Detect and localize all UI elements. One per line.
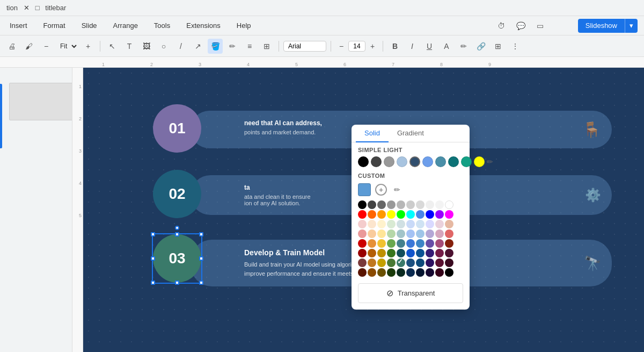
gs-r4c7[interactable] (416, 229, 425, 238)
gs-r4c4[interactable] (387, 229, 396, 238)
swatch-light-blue-1[interactable] (397, 156, 407, 167)
swatch-teal-1[interactable] (435, 156, 446, 167)
image-icon[interactable]: 🖼 (139, 39, 154, 54)
paint-format-icon[interactable]: 🖌 (21, 39, 36, 54)
gs-r3c7[interactable] (416, 220, 425, 228)
swatch-gray[interactable] (384, 156, 394, 167)
gs-r1c6[interactable] (406, 200, 415, 209)
gs-r5c1[interactable] (358, 239, 367, 248)
gs-r5c2[interactable] (368, 239, 376, 248)
gs-r1c3[interactable] (377, 200, 386, 209)
italic-icon[interactable]: I (405, 39, 420, 54)
gs-r6c9[interactable] (435, 249, 444, 257)
handle-bc[interactable] (175, 281, 179, 285)
custom-swatch[interactable] (358, 183, 371, 196)
gs-r3c4[interactable] (387, 220, 396, 228)
cursor-icon[interactable]: ↖ (105, 39, 120, 54)
gs-r4c3[interactable] (377, 229, 386, 238)
present-icon[interactable]: ▭ (532, 18, 547, 33)
menu-item-insert[interactable]: Insert (6, 19, 31, 32)
gs-r4c1[interactable] (358, 229, 367, 238)
gs-r6c7[interactable] (416, 249, 425, 257)
gs-r1c10[interactable] (445, 200, 453, 209)
gs-r3c6[interactable] (406, 220, 415, 228)
insert-textbox-icon[interactable]: ⊞ (491, 39, 506, 54)
handle-tr[interactable] (199, 232, 203, 236)
gs-r6c8[interactable] (426, 249, 434, 257)
gs-r8c6[interactable] (406, 268, 415, 277)
font-name-input[interactable] (283, 41, 326, 52)
align-distribute-icon[interactable]: ⊞ (259, 39, 274, 54)
gs-r4c2[interactable] (368, 229, 376, 238)
gs-r3c3[interactable] (377, 220, 386, 228)
gs-r1c7[interactable] (416, 200, 425, 209)
slideshow-dropdown[interactable]: ▾ (625, 19, 638, 33)
swatch-yellow[interactable] (474, 156, 485, 167)
gs-r2c4[interactable] (387, 210, 396, 219)
gs-r4c8[interactable] (426, 229, 434, 238)
gs-r8c4[interactable] (387, 268, 396, 277)
gs-r7c5-selected[interactable]: ✓ (397, 258, 405, 267)
gs-r7c1[interactable] (358, 258, 367, 267)
gs-r7c3[interactable] (377, 258, 386, 267)
gs-r7c7[interactable] (416, 258, 425, 267)
gs-r3c2[interactable] (368, 220, 376, 228)
handle-mr[interactable] (199, 256, 203, 261)
arrow-icon[interactable]: ↗ (191, 39, 206, 54)
gs-r6c4[interactable] (387, 249, 396, 257)
menu-item-slide[interactable]: Slide (78, 19, 100, 32)
edit-color-icon[interactable]: ✏ (487, 157, 493, 166)
gs-r4c5[interactable] (397, 229, 405, 238)
slideshow-button[interactable]: Slideshow ▾ (578, 19, 638, 33)
highlight-icon[interactable]: ✏ (456, 39, 471, 54)
gs-r5c3[interactable] (377, 239, 386, 248)
handle-tc[interactable] (175, 232, 179, 236)
gs-r4c10[interactable] (445, 229, 453, 238)
gs-r7c2[interactable] (368, 258, 376, 267)
gs-r7c6[interactable] (406, 258, 415, 267)
gs-r1c2[interactable] (368, 200, 376, 209)
handle-ml[interactable] (151, 256, 155, 261)
gs-r3c10[interactable] (445, 220, 453, 228)
gs-r5c5[interactable] (397, 239, 405, 248)
zoom-out-icon[interactable]: − (39, 39, 54, 54)
gs-r6c5[interactable] (397, 249, 405, 257)
gs-r8c10[interactable] (445, 268, 453, 277)
gs-r6c3[interactable] (377, 249, 386, 257)
timer-icon[interactable]: ⏱ (494, 18, 509, 33)
font-size-decrease[interactable]: − (335, 40, 347, 52)
gs-r1c1[interactable] (358, 200, 367, 209)
gs-r5c8[interactable] (426, 239, 434, 248)
gs-r2c9[interactable] (435, 210, 444, 219)
rotate-handle[interactable] (175, 226, 179, 230)
menu-item-help[interactable]: Help (233, 19, 254, 32)
tab-gradient[interactable]: Gradient (389, 125, 433, 142)
gs-r8c8[interactable] (426, 268, 434, 277)
swatch-black[interactable] (358, 156, 369, 167)
swatch-teal-2[interactable] (448, 156, 459, 167)
menu-item-arrange[interactable]: Arrange (110, 19, 141, 32)
print-icon[interactable]: 🖨 (4, 39, 19, 54)
align-left-icon[interactable]: ≡ (242, 39, 257, 54)
gs-r4c6[interactable] (406, 229, 415, 238)
tab-solid[interactable]: Solid (356, 125, 389, 142)
swatch-blue-1[interactable] (422, 156, 433, 167)
slideshow-main[interactable]: Slideshow (578, 19, 625, 33)
fill-color-icon[interactable]: 🪣 (208, 39, 223, 54)
gs-r2c10[interactable] (445, 210, 453, 219)
gs-r8c1[interactable] (358, 268, 367, 277)
gs-r5c4[interactable] (387, 239, 396, 248)
gs-r3c1[interactable] (358, 220, 367, 228)
zoom-in-icon[interactable]: + (80, 39, 96, 54)
gs-r2c3[interactable] (377, 210, 386, 219)
eyedropper-icon[interactable]: ✏ (391, 184, 403, 196)
comments-icon[interactable]: 💬 (513, 18, 528, 33)
gs-r7c10[interactable] (445, 258, 453, 267)
gs-r6c1[interactable] (358, 249, 367, 257)
gs-r7c9[interactable] (435, 258, 444, 267)
text-icon[interactable]: T (122, 39, 137, 54)
gs-r2c5[interactable] (397, 210, 405, 219)
gs-r8c5[interactable] (397, 268, 405, 277)
gs-r7c4[interactable] (387, 258, 396, 267)
font-size-input[interactable] (348, 41, 365, 52)
